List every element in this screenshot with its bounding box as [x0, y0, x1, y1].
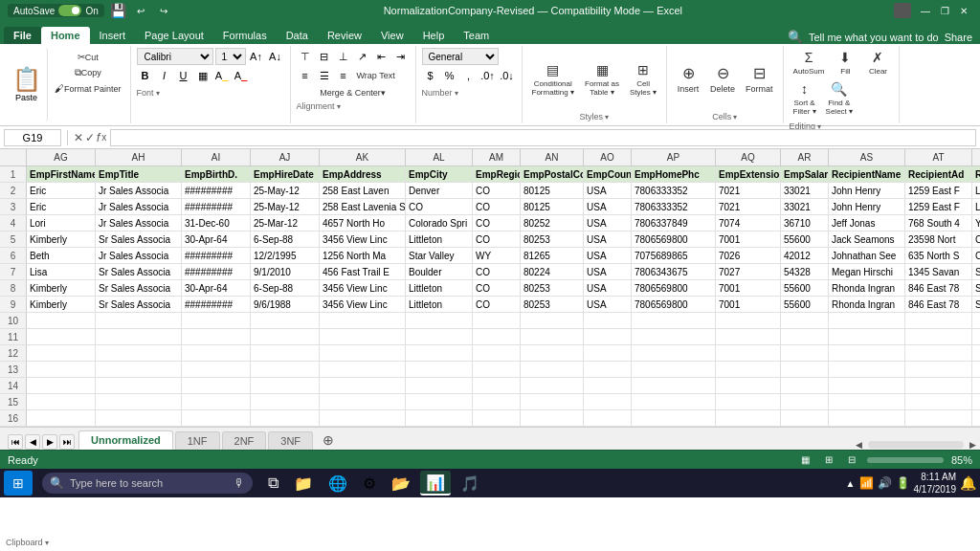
table-cell[interactable]: [27, 410, 96, 426]
table-cell[interactable]: USA: [584, 199, 632, 214]
table-cell[interactable]: WY: [473, 248, 521, 263]
table-cell[interactable]: [27, 313, 96, 328]
table-cell[interactable]: RecipientAd: [905, 166, 972, 182]
table-cell[interactable]: Megan Hirschi: [829, 264, 905, 279]
table-cell[interactable]: #########: [182, 183, 251, 198]
table-cell[interactable]: [96, 313, 182, 328]
table-cell[interactable]: [473, 313, 521, 328]
table-cell[interactable]: Jack Seamons: [829, 231, 905, 247]
table-cell[interactable]: [96, 394, 182, 409]
table-cell[interactable]: [27, 345, 96, 361]
table-cell[interactable]: 23598 Nort: [905, 231, 972, 247]
table-cell[interactable]: [716, 410, 781, 426]
horizontal-scrollbar[interactable]: [868, 441, 964, 449]
table-cell[interactable]: USA: [584, 264, 632, 279]
table-cell[interactable]: Salt Lake City: [972, 280, 980, 296]
clear-button[interactable]: ✗ Clear: [862, 48, 893, 77]
table-cell[interactable]: 7001: [716, 231, 781, 247]
table-cell[interactable]: [96, 329, 182, 344]
table-cell[interactable]: [320, 362, 406, 377]
increase-font-button[interactable]: A↑: [248, 48, 265, 65]
zoom-slider[interactable]: [867, 457, 944, 463]
table-cell[interactable]: Rhonda Ingran: [829, 280, 905, 296]
table-cell[interactable]: Chicago: [972, 248, 980, 263]
undo-button[interactable]: ↩: [132, 3, 149, 18]
table-cell[interactable]: #########: [182, 248, 251, 263]
format-painter-button[interactable]: 🖌 Format Painter: [52, 81, 124, 96]
table-cell[interactable]: Denver: [406, 183, 473, 198]
tab-home[interactable]: Home: [41, 27, 90, 44]
table-cell[interactable]: [320, 394, 406, 409]
table-cell[interactable]: Johnathan See: [829, 248, 905, 263]
table-cell[interactable]: 456 Fast Trail E: [320, 264, 406, 279]
table-cell[interactable]: [781, 362, 829, 377]
table-cell[interactable]: Lincoln: [972, 183, 980, 198]
tab-2nf[interactable]: 2NF: [222, 431, 267, 450]
table-cell[interactable]: 30-Apr-64: [182, 231, 251, 247]
table-cell[interactable]: [406, 362, 473, 377]
table-cell[interactable]: Boulder: [406, 264, 473, 279]
redo-button[interactable]: ↪: [155, 3, 172, 18]
table-cell[interactable]: USA: [584, 248, 632, 263]
scrollbar-right-icon[interactable]: ▶: [969, 440, 976, 450]
table-cell[interactable]: EmpHomePhc: [632, 166, 716, 182]
italic-button[interactable]: I: [156, 67, 173, 84]
table-cell[interactable]: 55600: [781, 297, 829, 312]
table-cell[interactable]: CO: [473, 199, 521, 214]
save-icon[interactable]: 💾: [110, 3, 126, 18]
table-cell[interactable]: [972, 329, 980, 344]
page-layout-view-button[interactable]: ⊞: [821, 452, 836, 468]
table-cell[interactable]: [781, 378, 829, 393]
table-cell[interactable]: Jeff Jonas: [829, 215, 905, 231]
table-cell[interactable]: [716, 313, 781, 328]
table-cell[interactable]: 846 East 78: [905, 297, 972, 312]
table-cell[interactable]: [829, 410, 905, 426]
table-cell[interactable]: Jr Sales Associa: [96, 183, 182, 198]
table-cell[interactable]: [320, 345, 406, 361]
table-cell[interactable]: #########: [182, 199, 251, 214]
table-cell[interactable]: EmpTitle: [96, 166, 182, 182]
align-center-button[interactable]: ☰: [316, 67, 333, 84]
table-cell[interactable]: [406, 345, 473, 361]
table-cell[interactable]: [584, 378, 632, 393]
table-cell[interactable]: 80125: [521, 199, 584, 214]
table-cell[interactable]: [182, 329, 251, 344]
table-cell[interactable]: 3456 View Linc: [320, 280, 406, 296]
tab-3nf[interactable]: 3NF: [268, 431, 313, 450]
table-cell[interactable]: 7806337849: [632, 215, 716, 231]
table-cell[interactable]: CO: [473, 183, 521, 198]
align-top-button[interactable]: ⊤: [297, 48, 314, 65]
task-view-button[interactable]: ⧉: [262, 471, 284, 496]
tab-prev-button[interactable]: ◀: [25, 434, 40, 450]
table-cell[interactable]: 7806333352: [632, 199, 716, 214]
table-cell[interactable]: Littleton: [406, 297, 473, 312]
tab-first-button[interactable]: ⏮: [8, 434, 23, 450]
table-cell[interactable]: RecipientCity: [972, 166, 980, 182]
table-cell[interactable]: 258 East Laven: [320, 183, 406, 198]
table-cell[interactable]: [521, 329, 584, 344]
font-name-select[interactable]: Calibri: [137, 48, 213, 65]
tab-page-layout[interactable]: Page Layout: [135, 27, 213, 44]
table-cell[interactable]: 7001: [716, 280, 781, 296]
styles-label[interactable]: Styles▾: [580, 112, 610, 121]
table-cell[interactable]: Littleton: [406, 280, 473, 296]
decrease-font-button[interactable]: A↓: [267, 48, 284, 65]
conditional-formatting-button[interactable]: ▤ ConditionalFormatting ▾: [528, 60, 578, 99]
table-cell[interactable]: Jr Sales Associa: [96, 215, 182, 231]
table-cell[interactable]: 7806569800: [632, 280, 716, 296]
table-cell[interactable]: 3456 View Linc: [320, 231, 406, 247]
cut-button[interactable]: ✂ Cut: [52, 50, 124, 64]
tab-unnormalized[interactable]: Unnormalized: [78, 430, 173, 450]
number-label[interactable]: Number▾: [422, 88, 458, 98]
table-cell[interactable]: Lisa: [27, 264, 96, 279]
table-cell[interactable]: USA: [584, 297, 632, 312]
table-cell[interactable]: Sr Sales Associa: [96, 231, 182, 247]
table-cell[interactable]: [905, 329, 972, 344]
table-cell[interactable]: [473, 329, 521, 344]
align-bottom-button[interactable]: ⊥: [335, 48, 352, 65]
table-cell[interactable]: [320, 313, 406, 328]
table-cell[interactable]: Kimberly: [27, 297, 96, 312]
table-cell[interactable]: 7806333352: [632, 183, 716, 198]
table-cell[interactable]: [584, 345, 632, 361]
table-cell[interactable]: EmpPostalCo: [521, 166, 584, 182]
